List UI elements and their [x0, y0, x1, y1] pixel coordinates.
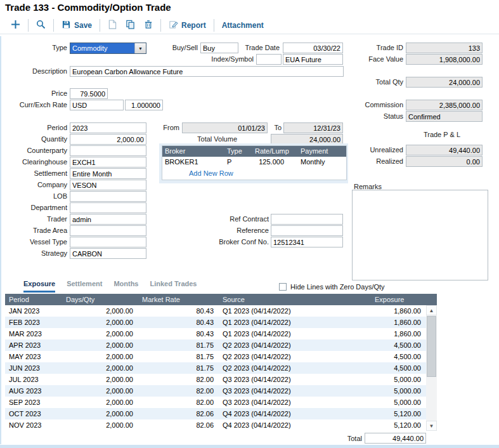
- to-field: [283, 122, 343, 133]
- table-cell: APR 2023: [5, 339, 62, 351]
- add-new-row: Add New Row: [162, 168, 346, 180]
- scroll-down-button[interactable]: ▼: [426, 421, 437, 431]
- price-field[interactable]: [70, 88, 108, 99]
- commission-field: [406, 100, 483, 110]
- broker-conf-label: Broker Conf No.: [212, 237, 269, 247]
- trade-area-field[interactable]: [70, 225, 146, 236]
- trader-field[interactable]: [70, 214, 146, 225]
- reference-field[interactable]: [271, 225, 343, 236]
- scroll-up-button[interactable]: ▲: [426, 305, 437, 315]
- table-row[interactable]: FEB 20232,000.0080.43Q1 2023 (04/14/2022…: [5, 317, 426, 328]
- table-cell: 2,000.00: [62, 419, 138, 431]
- broker-row[interactable]: BROKER1P125.000Monthly: [162, 157, 346, 168]
- commission-label: Commission: [327, 100, 403, 110]
- table-row[interactable]: MAY 20232,000.0081.75Q2 2023 (04/14/2022…: [5, 351, 426, 362]
- table-cell: JUN 2023: [5, 362, 62, 374]
- column-header-period[interactable]: Period: [5, 294, 62, 305]
- table-cell: JAN 2023: [5, 305, 62, 317]
- window-border-bottom: [0, 445, 499, 448]
- lob-field[interactable]: [70, 191, 146, 202]
- realized-field: [406, 156, 483, 167]
- type-select[interactable]: Commodity ▼: [70, 43, 146, 54]
- column-header-exposure[interactable]: Exposure: [371, 294, 426, 305]
- column-header-days-qty[interactable]: Days/Qty: [62, 294, 138, 305]
- index-field[interactable]: [256, 54, 282, 65]
- description-field[interactable]: [70, 66, 344, 77]
- vessel-type-field[interactable]: [70, 237, 146, 247]
- trade-area-label: Trade Area: [4, 225, 67, 236]
- report-button[interactable]: Report: [164, 20, 211, 32]
- buy-sell-field[interactable]: [200, 43, 238, 53]
- clearinghouse-field[interactable]: [70, 157, 146, 168]
- attachment-button[interactable]: Attachment: [217, 21, 268, 30]
- new-document-icon: [108, 20, 117, 32]
- description-label: Description: [4, 66, 67, 77]
- table-row[interactable]: JUL 20232,000.0082.00Q3 2023 (04/14/2022…: [5, 374, 426, 385]
- table-cell: Q2 2023 (04/14/2022): [219, 339, 371, 351]
- lob-label: LOB: [4, 191, 67, 202]
- column-header-source[interactable]: Source: [219, 294, 371, 305]
- column-header-market-rate[interactable]: Market Rate: [138, 294, 219, 305]
- department-field[interactable]: [70, 202, 146, 213]
- quantity-field[interactable]: [70, 134, 146, 145]
- table-row[interactable]: SEP 20232,000.0082.00Q3 2023 (04/14/2022…: [5, 397, 426, 408]
- from-field: [182, 122, 268, 133]
- table-row[interactable]: JAN 20232,000.0080.43Q1 2023 (04/14/2022…: [5, 305, 426, 317]
- table-cell: Q2 2023 (04/14/2022): [219, 362, 371, 374]
- broker-column-header-payment[interactable]: Payment: [298, 146, 346, 157]
- tab-months[interactable]: Months: [113, 280, 138, 293]
- currency-field[interactable]: [70, 100, 124, 110]
- table-row[interactable]: MAR 20232,000.0080.43Q1 2023 (04/14/2022…: [5, 328, 426, 339]
- trade-window: Trade 133 - Commodity/Option Trade Save …: [0, 0, 499, 448]
- add-new-row-link[interactable]: Add New Row: [189, 169, 233, 177]
- exch-rate-field[interactable]: [125, 100, 163, 110]
- toolbar-divider: [160, 19, 161, 32]
- broker-column-header-broker[interactable]: Broker: [162, 146, 224, 157]
- price-label: Price: [4, 88, 67, 99]
- search-button[interactable]: [32, 20, 50, 32]
- chevron-down-icon[interactable]: ▼: [134, 43, 146, 53]
- new-button[interactable]: [6, 20, 25, 32]
- scroll-thumb[interactable]: [427, 316, 436, 377]
- table-row[interactable]: OCT 20232,000.0082.06Q4 2023 (04/14/2022…: [5, 408, 426, 419]
- table-row[interactable]: JUN 20232,000.0081.75Q2 2023 (04/14/2022…: [5, 362, 426, 374]
- table-cell: 2,000.00: [62, 408, 138, 419]
- table-cell: 2,000.00: [62, 305, 138, 317]
- counterparty-field[interactable]: [70, 145, 146, 156]
- save-button[interactable]: Save: [57, 20, 96, 32]
- table-cell: 2,000.00: [62, 339, 138, 351]
- tab-exposure[interactable]: Exposure: [23, 280, 55, 293]
- table-scrollbar[interactable]: ▲ ▼: [426, 305, 437, 431]
- table-cell: Q4 2023 (04/14/2022): [219, 419, 371, 431]
- tab-linked-trades[interactable]: Linked Trades: [150, 280, 197, 293]
- table-cell: Q1 2023 (04/14/2022): [219, 328, 371, 339]
- broker-conf-field[interactable]: [271, 237, 343, 247]
- table-cell: MAY 2023: [5, 351, 62, 362]
- broker-column-header-type[interactable]: Type: [224, 146, 252, 157]
- table-row[interactable]: AUG 20232,000.0082.00Q3 2023 (04/14/2022…: [5, 385, 426, 397]
- clearinghouse-label: Clearinghouse: [4, 157, 67, 168]
- tab-settlement[interactable]: Settlement: [67, 280, 102, 293]
- period-field[interactable]: [70, 122, 146, 133]
- table-cell: 5,120.00: [371, 419, 426, 431]
- trader-label: Trader: [4, 214, 67, 225]
- ref-contract-field[interactable]: [271, 214, 343, 225]
- broker-column-header-rate-lump[interactable]: Rate/Lump: [252, 146, 298, 157]
- table-cell: Q2 2023 (04/14/2022): [219, 351, 371, 362]
- table-cell: JUL 2023: [5, 374, 62, 385]
- copy-button[interactable]: [121, 20, 139, 32]
- trade-pl-label: Trade P & L: [384, 129, 460, 140]
- face-value-label: Face Value: [327, 54, 403, 65]
- company-field[interactable]: [70, 180, 146, 190]
- remarks-input[interactable]: [352, 190, 488, 280]
- delete-button[interactable]: [139, 20, 157, 32]
- trash-icon: [144, 20, 153, 32]
- table-cell: 4,500.00: [371, 351, 426, 362]
- period-label: Period: [4, 122, 67, 133]
- hide-zero-lines-checkbox[interactable]: [279, 283, 287, 291]
- table-row[interactable]: APR 20232,000.0081.75Q2 2023 (04/14/2022…: [5, 339, 426, 351]
- table-row[interactable]: NOV 20232,000.0082.06Q4 2023 (04/14/2022…: [5, 419, 426, 431]
- strategy-field[interactable]: [70, 248, 146, 259]
- settlement-field[interactable]: [70, 168, 146, 179]
- new-document-button[interactable]: [103, 20, 121, 32]
